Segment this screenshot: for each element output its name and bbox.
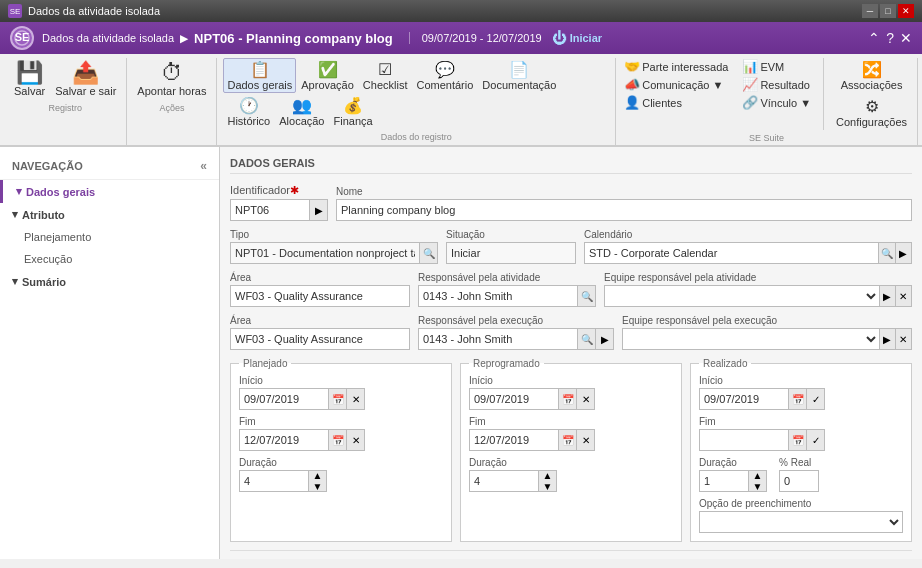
identificador-input[interactable] [230, 199, 310, 221]
sidebar-title: NAVEGAÇÃO « [0, 155, 219, 180]
sidebar-item-execucao[interactable]: Execução [0, 248, 219, 270]
calendario-search-btn[interactable]: 🔍 [879, 242, 895, 264]
sidebar-item-sumario[interactable]: ▾ Sumário [0, 270, 219, 293]
realizado-fim-cal-btn[interactable]: 📅 [789, 429, 807, 451]
planejado-fim-cal-btn[interactable]: 📅 [329, 429, 347, 451]
acoes-label: Ações [159, 103, 184, 113]
equipe-execucao-select[interactable] [622, 328, 880, 350]
form-footer: Criado em Atualizado em Atualizado por [230, 550, 912, 559]
calendario-nav-btn[interactable]: ▶ [896, 242, 912, 264]
planejado-inicio-cal-btn[interactable]: 📅 [329, 388, 347, 410]
realizado-fim-input-group: 📅 ✓ [699, 429, 903, 451]
responsavel-execucao-search-btn[interactable]: 🔍 [578, 328, 596, 350]
tipo-search-btn[interactable]: 🔍 [420, 242, 438, 264]
breadcrumb: Dados da atividade isolada ▶ NPT06 - Pla… [42, 31, 393, 46]
realizado-inicio-cal-btn[interactable]: 📅 [789, 388, 807, 410]
sidebar-item-atributo[interactable]: ▾ Atributo [0, 203, 219, 226]
reprogramado-legend: Reprogramado [469, 358, 544, 369]
parte-interessada-btn[interactable]: 🤝 Parte interessada [622, 58, 730, 75]
iniciar-label[interactable]: Iniciar [570, 32, 602, 44]
realizado-perc-input[interactable] [779, 470, 819, 492]
header-close-btn[interactable]: ✕ [900, 30, 912, 46]
reprogramado-fim-clr-btn[interactable]: ✕ [577, 429, 595, 451]
realizado-duracao-label: Duração [699, 457, 767, 468]
reprogramado-inicio-clr-btn[interactable]: ✕ [577, 388, 595, 410]
apontar-horas-button[interactable]: ⏱ Apontar horas [133, 58, 210, 100]
responsavel-atividade-label: Responsável pela atividade [418, 272, 596, 283]
responsavel-execucao-input[interactable] [418, 328, 578, 350]
reprogramado-fim-row: Fim 📅 ✕ [469, 416, 673, 451]
historico-button[interactable]: 🕐 Histórico [223, 94, 274, 129]
opcao-label: Opção de preenchimento [699, 498, 903, 509]
financa-button[interactable]: 💰 Finança [330, 94, 377, 129]
dados-gerais-icon: 📋 [250, 60, 270, 79]
area2-input[interactable] [230, 328, 410, 350]
reprogramado-duracao-spin-btn[interactable]: ▲▼ [539, 470, 557, 492]
header-logo: SE [10, 26, 34, 50]
collapse-btn[interactable]: ⌃ [868, 30, 880, 46]
planejado-inicio-input[interactable] [239, 388, 329, 410]
comunicacao-btn[interactable]: 📣 Comunicação ▼ [622, 76, 730, 93]
planejado-inicio-label: Início [239, 375, 443, 386]
area1-input[interactable] [230, 285, 410, 307]
close-btn[interactable]: ✕ [898, 4, 914, 18]
checklist-button[interactable]: ☑ Checklist [359, 58, 412, 93]
responsavel-execucao-nav-btn[interactable]: ▶ [596, 328, 614, 350]
alocacao-button[interactable]: 👥 Alocação [275, 94, 328, 129]
sidebar-item-dados-gerais[interactable]: ▾ Dados gerais [0, 180, 219, 203]
reprogramado-duracao-input[interactable] [469, 470, 539, 492]
realizado-inicio-input[interactable] [699, 388, 789, 410]
planejado-duracao-input[interactable] [239, 470, 309, 492]
realizado-fim-input[interactable] [699, 429, 789, 451]
save-button[interactable]: 💾 Salvar [10, 58, 49, 100]
sidebar-item-planejamento[interactable]: Planejamento [0, 226, 219, 248]
nome-label: Nome [336, 186, 912, 197]
maximize-btn[interactable]: □ [880, 4, 896, 18]
help-btn[interactable]: ? [886, 30, 894, 46]
responsavel-atividade-input[interactable] [418, 285, 578, 307]
equipe-atividade-select[interactable] [604, 285, 880, 307]
save-exit-button[interactable]: 📤 Salvar e sair [51, 58, 120, 100]
reprogramado-fim-cal-btn[interactable]: 📅 [559, 429, 577, 451]
planejado-inicio-input-group: 📅 ✕ [239, 388, 443, 410]
equipe-execucao-btn2[interactable]: ✕ [896, 328, 912, 350]
responsavel-atividade-search-btn[interactable]: 🔍 [578, 285, 596, 307]
aprovacao-button[interactable]: ✅ Aprovação [297, 58, 358, 93]
sidebar-collapse-btn[interactable]: « [200, 159, 207, 173]
evm-btn[interactable]: 📊 EVM [740, 58, 813, 75]
resultado-btn[interactable]: 📈 Resultado [740, 76, 813, 93]
nome-input[interactable] [336, 199, 912, 221]
clientes-btn[interactable]: 👤 Clientes [622, 94, 730, 111]
comentario-button[interactable]: 💬 Comentário [412, 58, 477, 93]
equipe-atividade-btn2[interactable]: ✕ [896, 285, 912, 307]
form-group-area2: Área [230, 315, 410, 350]
planejado-fim-clr-btn[interactable]: ✕ [347, 429, 365, 451]
realizado-fim-check-btn[interactable]: ✓ [807, 429, 825, 451]
breadcrumb-item1[interactable]: Dados da atividade isolada [42, 32, 174, 44]
realizado-duracao-input[interactable] [699, 470, 749, 492]
realizado-duracao-spin-btn[interactable]: ▲▼ [749, 470, 767, 492]
equipe-execucao-btn1[interactable]: ▶ [880, 328, 896, 350]
dados-gerais-button[interactable]: 📋 Dados gerais [223, 58, 296, 93]
vinculo-btn[interactable]: 🔗 Vínculo ▼ [740, 94, 813, 111]
associacoes-button[interactable]: 🔀 Associações [832, 58, 911, 93]
minimize-btn[interactable]: ─ [862, 4, 878, 18]
planejado-duracao-label: Duração [239, 457, 327, 468]
planejado-inicio-clr-btn[interactable]: ✕ [347, 388, 365, 410]
planejado-duracao-group: Duração ▲▼ [239, 457, 327, 492]
planejado-fim-input[interactable] [239, 429, 329, 451]
equipe-atividade-btn1[interactable]: ▶ [880, 285, 896, 307]
opcao-select[interactable] [699, 511, 903, 533]
fieldsets-row: Planejado Início 📅 ✕ Fim [230, 358, 912, 542]
reprogramado-fim-input[interactable] [469, 429, 559, 451]
reprogramado-inicio-input[interactable] [469, 388, 559, 410]
documentacao-button[interactable]: 📄 Documentação [478, 58, 560, 93]
identificador-nav-btn[interactable]: ▶ [310, 199, 328, 221]
form-row-id-nome: Identificador✱ ▶ Nome [230, 184, 912, 221]
reprogramado-inicio-cal-btn[interactable]: 📅 [559, 388, 577, 410]
configuracoes-button[interactable]: ⚙ Configurações [832, 95, 911, 130]
planejado-duracao-up-btn[interactable]: ▲▼ [309, 470, 327, 492]
realizado-inicio-check-btn[interactable]: ✓ [807, 388, 825, 410]
calendario-input[interactable] [584, 242, 879, 264]
breadcrumb-arrow: ▶ [180, 33, 188, 44]
